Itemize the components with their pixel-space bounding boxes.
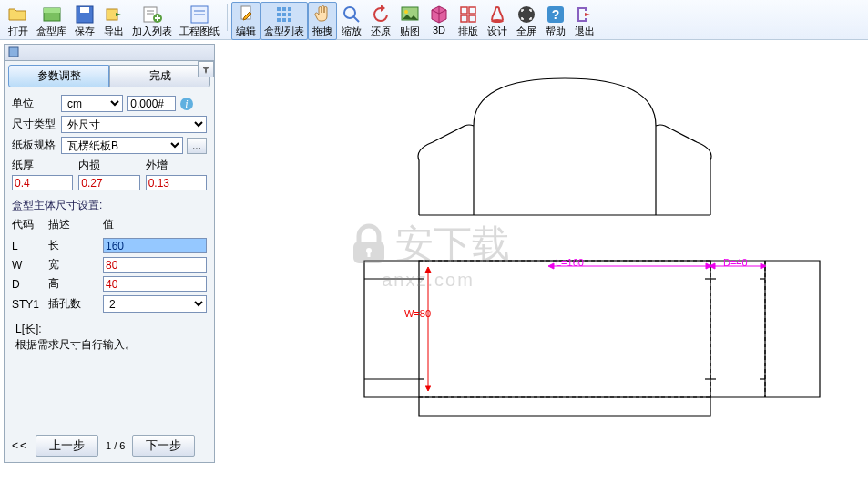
toolbar-label: 盒型列表 — [264, 25, 304, 38]
toolbar-label: 打开 — [8, 25, 28, 38]
export-button[interactable]: 导出 — [99, 2, 128, 40]
fullscreen-icon — [516, 4, 537, 24]
svg-rect-16 — [277, 13, 281, 16]
toolbar-label: 还原 — [371, 25, 391, 38]
parameter-panel: 参数调整 完成 单位 cm i 尺寸类型 外尺寸 纸板规格 瓦楞纸板B ... … — [4, 44, 215, 463]
panel-icon — [8, 46, 19, 57]
toolbar-label: 加入列表 — [132, 25, 172, 38]
svg-text:i: i — [185, 98, 188, 110]
svg-line-23 — [353, 16, 359, 22]
toolbar-label: 排版 — [458, 25, 478, 38]
page-indicator: 1 / 6 — [106, 440, 125, 451]
layout-button[interactable]: 排版 — [454, 2, 483, 40]
library-button[interactable]: 盒型库 — [33, 2, 70, 40]
svg-rect-1 — [44, 8, 60, 13]
table-row: STY1 插孔数 2 — [12, 295, 207, 313]
next-button[interactable]: 下一步 — [132, 435, 195, 457]
info-icon[interactable]: i — [179, 97, 194, 111]
svg-rect-13 — [277, 7, 281, 11]
rewind-button[interactable]: << — [12, 439, 28, 452]
box-lib-icon — [41, 4, 63, 24]
restore-button[interactable]: 还原 — [366, 2, 395, 40]
svg-rect-29 — [469, 15, 475, 22]
code-cell: W — [12, 259, 48, 272]
svg-rect-19 — [277, 18, 281, 22]
open-button[interactable]: 打开 — [4, 2, 33, 40]
save-icon — [74, 4, 96, 24]
table-header: 代码 描述 值 — [12, 217, 207, 232]
toolbar-label: 全屏 — [516, 25, 536, 38]
slots-select[interactable]: 2 — [103, 295, 207, 313]
zoom-button[interactable]: 缩放 — [337, 2, 366, 40]
length-input[interactable] — [103, 238, 207, 253]
boxlist-button[interactable]: 盒型列表 — [260, 2, 308, 40]
format-input[interactable] — [127, 96, 176, 111]
header-value: 值 — [103, 217, 207, 232]
svg-point-30 — [491, 19, 504, 23]
desc-cell: 插孔数 — [48, 296, 103, 312]
design-icon — [486, 4, 508, 24]
width-input[interactable] — [103, 257, 207, 273]
code-cell: STY1 — [12, 298, 48, 311]
code-cell: D — [12, 278, 48, 291]
zoom-icon — [341, 4, 363, 24]
save-button[interactable]: 保存 — [70, 2, 99, 40]
toolbar-label: 缩放 — [342, 25, 362, 38]
outeradd-label: 外增 — [146, 158, 207, 173]
engineering-button[interactable]: 工程图纸 — [176, 2, 223, 40]
sizetype-label: 尺寸类型 — [12, 117, 61, 132]
edit-icon — [235, 4, 257, 24]
edit-button[interactable]: 编辑 — [231, 2, 260, 40]
toolbar-label: 退出 — [575, 25, 595, 38]
toolbar-label: 设计 — [487, 25, 507, 38]
prev-button[interactable]: 上一步 — [36, 435, 98, 457]
layout-icon — [457, 4, 479, 24]
hand-icon — [311, 4, 333, 24]
drawing-canvas[interactable]: W=80 L=160 D=40 — [219, 42, 866, 502]
dim-length-label: L=160 — [556, 257, 584, 268]
svg-rect-34 — [9, 47, 18, 57]
table-row: L 长 — [12, 238, 207, 253]
board-select[interactable]: 瓦楞纸板B — [61, 137, 183, 154]
fullscreen-button[interactable]: 全屏 — [512, 2, 541, 40]
wizard-nav: << 上一步 1 / 6 下一步 — [12, 435, 207, 457]
tab-done[interactable]: 完成 — [109, 65, 210, 87]
folder-open-icon — [7, 4, 29, 24]
unit-label: 单位 — [12, 96, 61, 111]
grid-icon — [273, 4, 295, 24]
toolbar-label: 贴图 — [400, 25, 420, 38]
paste-button[interactable]: 贴图 — [395, 2, 424, 40]
header-code: 代码 — [12, 217, 48, 232]
panel-tabs: 参数调整 完成 — [8, 65, 210, 87]
svg-point-25 — [404, 10, 408, 14]
drag-button[interactable]: 拖拽 — [308, 2, 337, 40]
innerloss-input[interactable] — [78, 175, 139, 190]
dim-depth-label: D=40 — [723, 257, 748, 268]
image-icon — [399, 4, 421, 24]
thickness-input[interactable] — [12, 175, 73, 190]
toolbar-separator — [227, 4, 228, 31]
svg-rect-28 — [461, 15, 467, 22]
help-button[interactable]: ?帮助 — [541, 2, 570, 40]
unit-select[interactable]: cm — [61, 95, 123, 112]
height-input[interactable] — [103, 276, 207, 292]
exit-button[interactable]: 退出 — [570, 2, 599, 40]
svg-rect-14 — [282, 7, 286, 11]
innerloss-label: 内损 — [78, 158, 139, 173]
blueprint-icon — [189, 4, 210, 24]
svg-rect-37 — [419, 261, 710, 397]
svg-rect-21 — [288, 18, 291, 22]
design-button[interactable]: 设计 — [483, 2, 512, 40]
help-icon: ? — [545, 4, 567, 24]
addlist-button[interactable]: 加入列表 — [128, 2, 176, 40]
sizetype-select[interactable]: 外尺寸 — [61, 116, 207, 133]
svg-rect-15 — [288, 7, 291, 11]
panel-titlebar — [5, 45, 214, 61]
tab-parameters[interactable]: 参数调整 — [8, 65, 109, 87]
3d-button[interactable]: 3D — [424, 2, 454, 37]
mainsize-title: 盒型主体尺寸设置: — [12, 198, 207, 213]
panel-collapse-button[interactable] — [198, 61, 214, 77]
board-more-button[interactable]: ... — [187, 138, 207, 154]
svg-rect-27 — [469, 7, 475, 14]
outeradd-input[interactable] — [146, 175, 207, 190]
